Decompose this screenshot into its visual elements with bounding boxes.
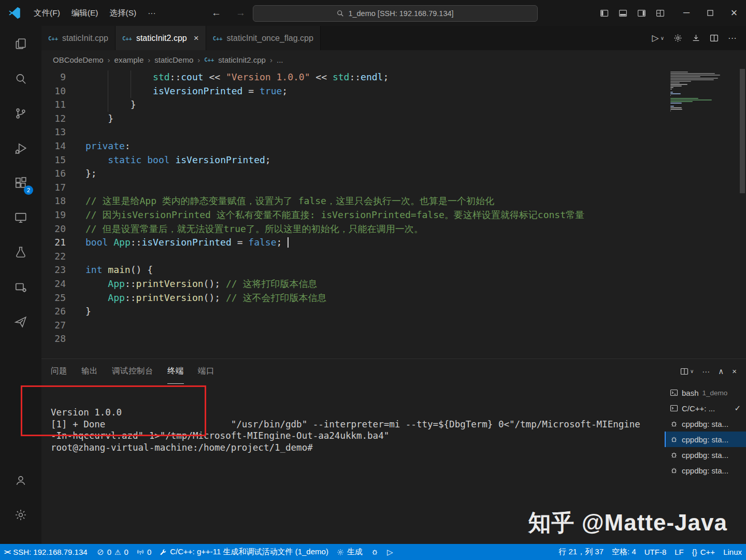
line-number[interactable]: 21 xyxy=(41,236,66,250)
forward-icon[interactable]: → xyxy=(236,7,246,19)
tab-staticinit-cpp[interactable]: C++ staticInit.cpp xyxy=(41,26,116,50)
error-count: 0 xyxy=(107,548,111,556)
line-number[interactable]: 9 xyxy=(41,70,66,84)
code-line: 22 xyxy=(41,250,746,264)
menu-file[interactable]: 文件(F) xyxy=(28,8,66,19)
remote-indicator[interactable]: >< SSH: 192.168.79.134 xyxy=(0,544,93,560)
editor-scrollbar[interactable] xyxy=(740,69,745,193)
download-icon[interactable] xyxy=(692,34,700,42)
extensions-icon[interactable]: 2 xyxy=(8,171,33,195)
line-number[interactable]: 14 xyxy=(41,139,66,153)
line-number[interactable]: 19 xyxy=(41,208,66,222)
line-number[interactable]: 10 xyxy=(41,84,66,98)
breadcrumb-tail[interactable]: ... xyxy=(277,55,283,64)
menu-more-icon[interactable]: ··· xyxy=(142,8,162,18)
cursor-position[interactable]: 行 21，列 37 xyxy=(554,544,608,560)
breadcrumb: OBCodeDemo › example › staticDemo › C++ … xyxy=(41,50,746,69)
terminal-session-item[interactable]: cppdbg: sta... xyxy=(665,463,746,478)
line-number[interactable]: 15 xyxy=(41,153,66,167)
terminal-session-item[interactable]: bash1_demo xyxy=(665,385,746,400)
line-number[interactable]: 26 xyxy=(41,305,66,319)
remote-explorer-icon[interactable] xyxy=(8,206,33,229)
split-editor-icon[interactable] xyxy=(710,34,719,42)
terminal-session-item[interactable]: cppdbg: sta... xyxy=(665,432,746,447)
code-line: 10 isVersionPrinted = true; xyxy=(41,84,746,98)
containers-icon[interactable] xyxy=(8,275,33,299)
explorer-icon[interactable] xyxy=(8,32,33,56)
terminal-line xyxy=(51,395,665,407)
back-icon[interactable]: ← xyxy=(211,7,221,19)
run-button[interactable]: ▷ xyxy=(383,544,397,560)
line-number[interactable]: 28 xyxy=(41,332,66,346)
os-indicator[interactable]: Linux xyxy=(719,544,746,560)
build-task-button[interactable]: C/C++: g++-11 生成和调试活动文件 (1_demo) xyxy=(155,544,333,560)
build-button[interactable]: 生成 xyxy=(333,544,367,560)
minimize-button[interactable]: ─ xyxy=(675,0,698,26)
line-number[interactable]: 23 xyxy=(41,263,66,277)
panel-tab-ports[interactable]: 端口 xyxy=(198,359,214,384)
maximize-button[interactable] xyxy=(698,0,722,26)
tab-staticinit2-cpp[interactable]: C++ staticInit2.cpp × xyxy=(116,26,206,50)
run-file-button[interactable]: ▷∨ xyxy=(652,33,664,44)
terminal-session-item[interactable]: cppdbg: sta... xyxy=(665,416,746,432)
minimap-line xyxy=(670,101,693,102)
testing-icon[interactable] xyxy=(8,240,33,264)
panel-header: 问题 输出 调试控制台 终端 端口 ∨ ··· ∧ × xyxy=(41,359,746,383)
problems-indicator[interactable]: 0 ⚠ 0 xyxy=(93,544,133,560)
customize-layout-icon[interactable] xyxy=(656,9,665,18)
debug-button[interactable] xyxy=(367,544,383,560)
toggle-secondary-sidebar-icon[interactable] xyxy=(637,9,646,18)
line-number[interactable]: 22 xyxy=(41,250,66,264)
breadcrumb-item[interactable]: example xyxy=(114,55,144,64)
account-icon[interactable] xyxy=(8,468,33,492)
panel-tab-output[interactable]: 输出 xyxy=(81,359,98,384)
breadcrumb-file[interactable]: staticInit2.cpp xyxy=(218,55,266,64)
menu-edit[interactable]: 编辑(E) xyxy=(66,8,104,19)
breadcrumb-item[interactable]: staticDemo xyxy=(154,55,193,64)
terminal-session-item[interactable]: C/C++: ...✓ xyxy=(665,400,746,416)
terminal-session-item[interactable]: cppdbg: sta... xyxy=(665,447,746,463)
code-editor[interactable]: 9 std::cout << "Version 1.0.0" << std::e… xyxy=(41,69,746,358)
line-number[interactable]: 24 xyxy=(41,277,66,291)
search-icon[interactable] xyxy=(8,67,33,91)
panel-tab-debug-console[interactable]: 调试控制台 xyxy=(112,359,153,384)
encoding[interactable]: UTF-8 xyxy=(640,544,671,560)
minimap[interactable] xyxy=(670,71,737,114)
misc-extension-icon[interactable] xyxy=(8,310,33,334)
panel-tab-problems[interactable]: 问题 xyxy=(51,359,67,384)
line-number[interactable]: 18 xyxy=(41,194,66,208)
line-number[interactable]: 17 xyxy=(41,181,66,195)
language-mode[interactable]: {} C++ xyxy=(688,544,719,560)
more-actions-icon[interactable]: ··· xyxy=(728,33,737,44)
eol[interactable]: LF xyxy=(670,544,688,560)
line-number[interactable]: 25 xyxy=(41,291,66,305)
line-number[interactable]: 13 xyxy=(41,125,66,139)
settings-gear-icon[interactable] xyxy=(8,503,33,527)
code-line: 11 } xyxy=(41,98,746,112)
command-center[interactable]: 1_demo [SSH: 192.168.79.134] xyxy=(253,5,538,22)
line-number[interactable]: 16 xyxy=(41,167,66,181)
panel-tab-terminal[interactable]: 终端 xyxy=(167,359,184,384)
menu-selection[interactable]: 选择(S) xyxy=(104,8,142,19)
split-terminal-icon[interactable]: ∨ xyxy=(680,367,694,376)
line-number[interactable]: 12 xyxy=(41,112,66,126)
indentation[interactable]: 空格: 4 xyxy=(608,544,640,560)
breadcrumb-item[interactable]: OBCodeDemo xyxy=(53,55,104,64)
code-line: 14private: xyxy=(41,139,746,153)
tab-staticinit-once-flag-cpp[interactable]: C++ staticInit_once_flag.cpp xyxy=(206,26,321,50)
maximize-panel-icon[interactable]: ∧ xyxy=(718,367,724,376)
title-bar: 文件(F) 编辑(E) 选择(S) ··· ← → 1_demo [SSH: 1… xyxy=(0,0,746,26)
line-number[interactable]: 11 xyxy=(41,98,66,112)
line-number[interactable]: 20 xyxy=(41,222,66,236)
settings-gear-icon[interactable] xyxy=(673,34,682,42)
run-debug-icon[interactable] xyxy=(8,136,33,160)
toggle-sidebar-icon[interactable] xyxy=(600,9,609,18)
close-button[interactable]: × xyxy=(722,0,746,26)
close-panel-icon[interactable]: × xyxy=(732,367,737,376)
ports-indicator[interactable]: 0 xyxy=(133,544,155,560)
line-number[interactable]: 27 xyxy=(41,319,66,333)
toggle-panel-icon[interactable] xyxy=(619,9,627,18)
source-control-icon[interactable] xyxy=(8,102,33,125)
close-tab-icon[interactable]: × xyxy=(194,33,199,44)
more-actions-icon[interactable]: ··· xyxy=(702,367,710,376)
